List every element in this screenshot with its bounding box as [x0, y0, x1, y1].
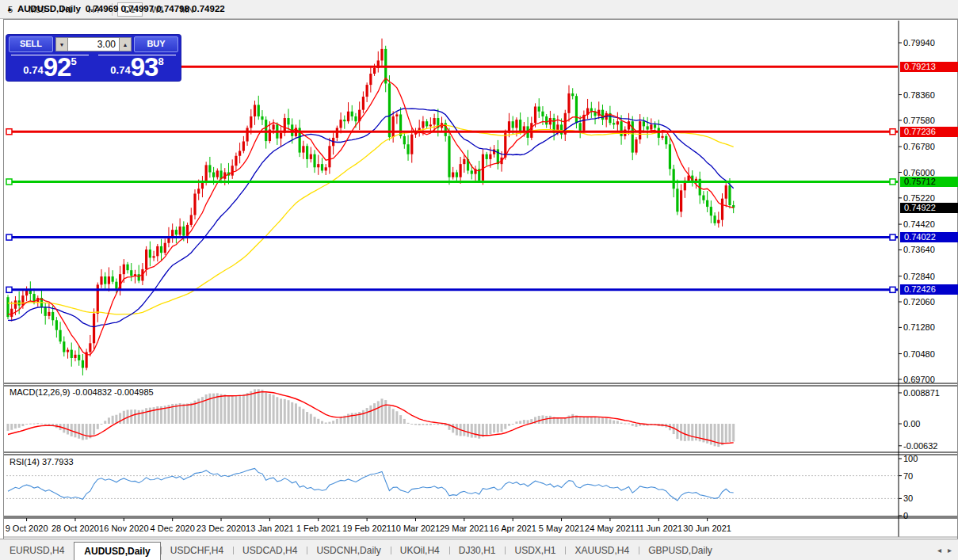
- scroll-right-icon[interactable]: ▸: [948, 546, 952, 554]
- chart-tabbar: EURUSD,H4AUDUSD,DailyUSDCHF,H4USDCAD,H4U…: [0, 539, 958, 560]
- moving-averages-layer: [8, 78, 734, 355]
- rsi-label: RSI(14) 37.7933: [10, 457, 74, 467]
- chart-tab-usdcad-h4[interactable]: USDCAD,H4: [233, 542, 307, 559]
- time-axis-label: 16 Nov 2020: [99, 524, 148, 533]
- price-axis-tick: 0.75220: [903, 193, 935, 203]
- price-axis-tick: 0.78360: [903, 90, 935, 100]
- time-axis-label: 11 Jun 2021: [635, 524, 682, 533]
- volume-decrease-icon[interactable]: ▼: [55, 37, 68, 51]
- chart-tab-usdchf-h4[interactable]: USDCHF,H4: [161, 542, 233, 559]
- time-axis-label: 19 Feb 2021: [342, 524, 391, 533]
- symbol-period-label: AUDUSD,Daily: [17, 4, 81, 13]
- ask-price-prefix: 0.74: [110, 64, 130, 79]
- time-axis-label: 29 Mar 2021: [440, 524, 489, 533]
- time-axis-label: 4 Dec 2020: [151, 524, 195, 533]
- macd-axis-tick: -0.00632: [903, 441, 937, 451]
- bid-price-main: 92: [44, 55, 71, 79]
- current-price-badge: 0.74922: [900, 203, 958, 213]
- candles-layer: [6, 39, 735, 375]
- hlines-layer: [6, 67, 898, 292]
- buy-button[interactable]: BUY: [134, 36, 178, 52]
- time-axis-label: 9 Oct 2020: [6, 524, 48, 533]
- time-axis-label: 5 May 2021: [539, 524, 584, 533]
- chart-frame: [4, 21, 957, 537]
- price-axis-tick: 0.72060: [903, 297, 935, 307]
- time-axis-label: 16 Apr 2021: [490, 524, 536, 533]
- macd-label: MACD(12,26,9) -0.004832 -0.004985: [10, 387, 154, 397]
- one-click-trade-panel: SELL ▼ 3.00 ▲ BUY 0.74 92 5 0.74: [6, 35, 181, 81]
- bid-price-pip: 5: [71, 55, 76, 67]
- time-axis-label: 28 Oct 2020: [52, 524, 99, 533]
- chart-tab-gbpusd-daily[interactable]: GBPUSD,Daily: [639, 542, 722, 559]
- rsi-axis-tick: 100: [903, 454, 918, 463]
- macd-layer: [7, 389, 735, 447]
- volume-input[interactable]: 3.00: [68, 37, 119, 51]
- chart-title: ▲ AUDUSD,Daily 0.74969 0.74997 0.74798 0…: [6, 4, 225, 13]
- rsi-axis-tick: 30: [903, 493, 913, 503]
- macd-axis-tick: 0.008871: [903, 388, 940, 398]
- bid-price-prefix: 0.74: [23, 64, 43, 79]
- macd-axis-tick: 0.00: [903, 419, 920, 429]
- time-axis-label: 1 Feb 2021: [296, 524, 341, 533]
- price-axis-tick: 0.72840: [903, 272, 935, 281]
- hline-price-badge[interactable]: 0.77236: [900, 127, 958, 137]
- hline-price-badge[interactable]: 0.74022: [900, 232, 958, 242]
- chart-tab-ukoil-h4[interactable]: UKOil,H4: [391, 542, 449, 559]
- time-axis-label: 10 Mar 2021: [391, 524, 441, 533]
- price-axis-tick: 0.77580: [903, 116, 935, 125]
- volume-increase-icon[interactable]: ▲: [119, 37, 132, 51]
- rsi-axis-tick: 70: [903, 471, 913, 481]
- time-axis-label: 23 Dec 2020: [197, 524, 246, 533]
- bid-price-display[interactable]: 0.74 92 5: [6, 54, 94, 79]
- rsi-layer: [6, 468, 898, 501]
- price-axis-tick: 0.73640: [903, 245, 935, 254]
- price-axis-tick: 0.76000: [903, 168, 935, 177]
- hline-price-badge[interactable]: 0.75712: [900, 177, 958, 187]
- price-axis-tick: 0.79940: [903, 38, 935, 48]
- chart-tab-usdx-h1[interactable]: USDX,H1: [505, 542, 565, 559]
- price-axis-tick: 0.74420: [903, 219, 935, 229]
- tab-scroll-arrows: ◂▸: [937, 546, 958, 554]
- chart-tab-audusd-daily[interactable]: AUDUSD,Daily: [74, 542, 160, 560]
- axis-ticks-layer: [27, 43, 902, 521]
- time-axis-label: 30 Jun 2021: [683, 524, 731, 533]
- hline-price-badge[interactable]: 0.72426: [900, 284, 958, 295]
- ohlc-quotes: 0.74969 0.74997 0.74798 0.74922: [86, 4, 225, 13]
- time-axis-label: 24 May 2021: [585, 524, 635, 533]
- ask-price-pip: 8: [158, 55, 163, 67]
- application-window: 5M30H1H4D1W1MN ▲ AUDUSD,Daily 0.74969 0.…: [0, 0, 958, 560]
- chart-tab-dj30-h1[interactable]: DJ30,H1: [449, 542, 506, 559]
- collapse-panel-icon[interactable]: ▲: [6, 6, 13, 13]
- price-axis-tick: 0.76780: [903, 142, 935, 151]
- hline-price-badge[interactable]: 0.79213: [900, 62, 958, 72]
- scroll-left-icon[interactable]: ◂: [937, 546, 941, 554]
- price-axis-tick: 0.70480: [903, 349, 935, 359]
- price-axis-tick: 0.71280: [903, 322, 935, 332]
- chart-tab-usdcnh-daily[interactable]: USDCNH,Daily: [307, 542, 390, 559]
- chart-canvas[interactable]: [0, 0, 958, 560]
- price-axis-tick: 0.69700: [903, 375, 935, 384]
- volume-stepper: ▼ 3.00 ▲: [55, 37, 132, 51]
- sell-button[interactable]: SELL: [9, 36, 53, 52]
- chart-tab-eurusd-h4[interactable]: EURUSD,H4: [0, 542, 74, 559]
- time-axis-label: 13 Jan 2021: [246, 524, 294, 533]
- ask-price-main: 93: [131, 55, 158, 79]
- rsi-axis-tick: 0: [903, 511, 908, 520]
- chart-tab-xauusd-h4[interactable]: XAUUSD,H4: [565, 542, 639, 559]
- ask-price-display[interactable]: 0.74 93 8: [94, 54, 181, 79]
